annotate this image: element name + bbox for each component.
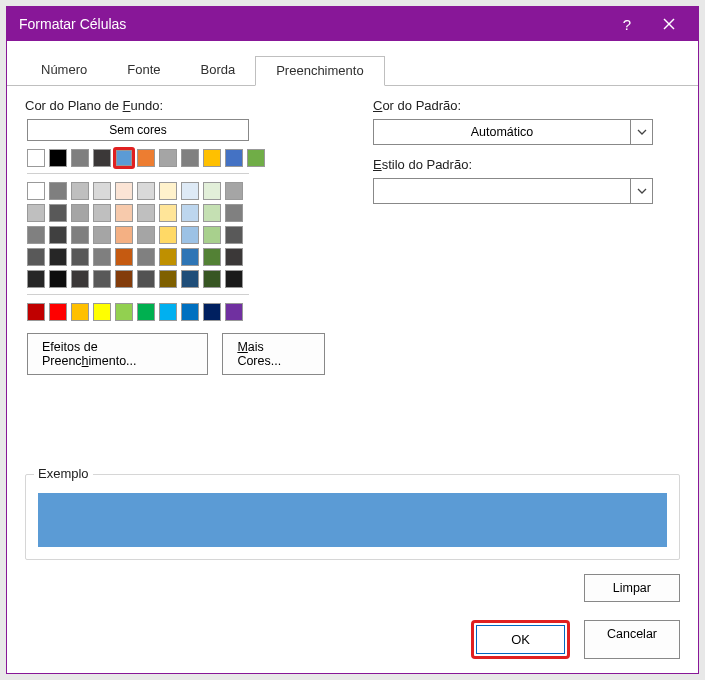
color-swatch[interactable]	[137, 248, 155, 266]
color-swatch[interactable]	[225, 204, 243, 222]
pattern-style-label: Estilo do Padrão:	[373, 157, 680, 172]
color-swatch[interactable]	[27, 248, 45, 266]
color-swatch[interactable]	[137, 204, 155, 222]
theme-color-grid	[25, 182, 325, 288]
color-swatch[interactable]	[181, 303, 199, 321]
color-swatch[interactable]	[49, 226, 67, 244]
theme-color-row	[27, 270, 325, 288]
color-swatch[interactable]	[93, 303, 111, 321]
close-icon	[663, 18, 675, 30]
color-swatch[interactable]	[203, 182, 221, 200]
color-swatch[interactable]	[71, 226, 89, 244]
theme-color-row	[27, 226, 325, 244]
color-swatch[interactable]	[49, 182, 67, 200]
color-swatch[interactable]	[203, 149, 221, 167]
color-swatch[interactable]	[159, 204, 177, 222]
color-swatch[interactable]	[71, 248, 89, 266]
example-label: Exemplo	[34, 466, 93, 481]
color-swatch[interactable]	[137, 182, 155, 200]
color-swatch[interactable]	[93, 270, 111, 288]
color-swatch[interactable]	[159, 270, 177, 288]
color-swatch[interactable]	[203, 204, 221, 222]
color-swatch[interactable]	[93, 248, 111, 266]
color-swatch[interactable]	[137, 226, 155, 244]
color-swatch[interactable]	[203, 248, 221, 266]
color-swatch[interactable]	[115, 204, 133, 222]
color-swatch[interactable]	[93, 149, 111, 167]
pattern-style-value	[374, 179, 630, 203]
pattern-style-dropdown[interactable]	[373, 178, 653, 204]
tab-fonte[interactable]: Fonte	[107, 56, 180, 86]
format-cells-dialog: Formatar Células ? Número Fonte Borda Pr…	[6, 6, 699, 674]
color-swatch[interactable]	[71, 149, 89, 167]
color-swatch[interactable]	[159, 149, 177, 167]
color-swatch[interactable]	[49, 248, 67, 266]
color-swatch[interactable]	[49, 270, 67, 288]
color-swatch[interactable]	[115, 248, 133, 266]
color-swatch[interactable]	[27, 303, 45, 321]
tab-numero[interactable]: Número	[21, 56, 107, 86]
palette-divider-1	[27, 173, 249, 174]
selected-swatch-ring	[113, 147, 135, 169]
color-swatch[interactable]	[27, 226, 45, 244]
color-swatch[interactable]	[181, 270, 199, 288]
color-swatch[interactable]	[115, 182, 133, 200]
color-swatch[interactable]	[27, 270, 45, 288]
color-swatch[interactable]	[137, 149, 155, 167]
color-swatch[interactable]	[159, 182, 177, 200]
more-colors-button[interactable]: Mais Cores...	[222, 333, 325, 375]
cancel-button[interactable]: Cancelar	[584, 620, 680, 659]
tab-borda[interactable]: Borda	[181, 56, 256, 86]
fill-effects-button[interactable]: Efeitos de Preenchimento...	[27, 333, 208, 375]
close-button[interactable]	[648, 7, 690, 41]
tab-preenchimento[interactable]: Preenchimento	[255, 56, 384, 86]
color-swatch-selected[interactable]	[116, 150, 132, 166]
dialog-buttons: OK Cancelar	[7, 616, 698, 673]
color-swatch[interactable]	[225, 303, 243, 321]
color-swatch[interactable]	[137, 303, 155, 321]
color-swatch[interactable]	[203, 270, 221, 288]
color-swatch[interactable]	[71, 204, 89, 222]
color-swatch[interactable]	[27, 149, 45, 167]
color-swatch[interactable]	[49, 149, 67, 167]
color-swatch[interactable]	[225, 248, 243, 266]
color-swatch[interactable]	[115, 226, 133, 244]
color-swatch[interactable]	[115, 303, 133, 321]
color-swatch[interactable]	[49, 303, 67, 321]
color-swatch[interactable]	[181, 226, 199, 244]
color-swatch[interactable]	[71, 303, 89, 321]
color-swatch[interactable]	[181, 204, 199, 222]
no-color-button[interactable]: Sem cores	[27, 119, 249, 141]
example-preview	[38, 493, 667, 547]
color-swatch[interactable]	[203, 226, 221, 244]
color-swatch[interactable]	[27, 204, 45, 222]
color-swatch[interactable]	[181, 182, 199, 200]
color-swatch[interactable]	[93, 182, 111, 200]
color-swatch[interactable]	[225, 226, 243, 244]
color-swatch[interactable]	[203, 303, 221, 321]
color-swatch[interactable]	[49, 204, 67, 222]
color-swatch[interactable]	[247, 149, 265, 167]
pattern-color-dropdown[interactable]: Automático	[373, 119, 653, 145]
clear-button[interactable]: Limpar	[584, 574, 680, 602]
color-swatch[interactable]	[225, 149, 243, 167]
color-swatch[interactable]	[159, 226, 177, 244]
color-swatch[interactable]	[225, 270, 243, 288]
ok-button[interactable]: OK	[476, 625, 565, 654]
color-swatch[interactable]	[115, 270, 133, 288]
color-swatch[interactable]	[93, 204, 111, 222]
color-swatch[interactable]	[93, 226, 111, 244]
pattern-color-label: Cor do Padrão:	[373, 98, 680, 113]
color-swatch[interactable]	[181, 149, 199, 167]
chevron-down-icon	[630, 120, 652, 144]
help-button[interactable]: ?	[606, 7, 648, 41]
color-swatch[interactable]	[27, 182, 45, 200]
tab-content: Cor do Plano de Fundo: Sem cores Efeitos…	[7, 86, 698, 616]
color-swatch[interactable]	[137, 270, 155, 288]
color-swatch[interactable]	[181, 248, 199, 266]
color-swatch[interactable]	[159, 248, 177, 266]
color-swatch[interactable]	[159, 303, 177, 321]
color-swatch[interactable]	[71, 182, 89, 200]
color-swatch[interactable]	[225, 182, 243, 200]
color-swatch[interactable]	[71, 270, 89, 288]
